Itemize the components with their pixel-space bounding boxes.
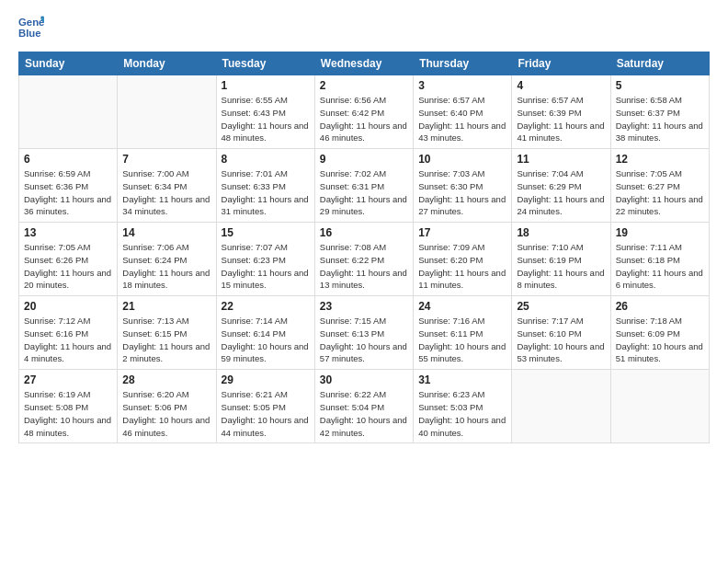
day-detail: Sunrise: 7:15 AM Sunset: 6:13 PM Dayligh… bbox=[320, 315, 408, 365]
calendar-cell: 18Sunrise: 7:10 AM Sunset: 6:19 PM Dayli… bbox=[512, 223, 610, 296]
calendar-cell: 12Sunrise: 7:05 AM Sunset: 6:27 PM Dayli… bbox=[610, 149, 709, 223]
calendar-cell bbox=[19, 75, 118, 149]
day-detail: Sunrise: 6:55 AM Sunset: 6:43 PM Dayligh… bbox=[222, 94, 310, 144]
day-detail: Sunrise: 6:23 AM Sunset: 5:03 PM Dayligh… bbox=[418, 388, 506, 439]
day-number: 10 bbox=[418, 153, 506, 166]
day-number: 19 bbox=[616, 226, 704, 239]
calendar-day-header: Monday bbox=[118, 52, 216, 75]
calendar-cell: 2Sunrise: 6:56 AM Sunset: 6:42 PM Daylig… bbox=[314, 75, 413, 149]
day-number: 7 bbox=[122, 153, 210, 166]
day-number: 21 bbox=[122, 300, 210, 313]
calendar-cell: 13Sunrise: 7:05 AM Sunset: 6:26 PM Dayli… bbox=[19, 223, 118, 296]
calendar-cell: 11Sunrise: 7:04 AM Sunset: 6:29 PM Dayli… bbox=[512, 149, 610, 223]
day-number: 17 bbox=[418, 226, 506, 239]
svg-text:Blue: Blue bbox=[18, 28, 41, 39]
calendar-cell: 20Sunrise: 7:12 AM Sunset: 6:16 PM Dayli… bbox=[19, 296, 118, 370]
calendar-cell: 31Sunrise: 6:23 AM Sunset: 5:03 PM Dayli… bbox=[414, 370, 512, 443]
calendar-cell: 26Sunrise: 7:18 AM Sunset: 6:09 PM Dayli… bbox=[610, 296, 709, 370]
day-detail: Sunrise: 6:57 AM Sunset: 6:39 PM Dayligh… bbox=[517, 94, 605, 144]
day-detail: Sunrise: 7:03 AM Sunset: 6:30 PM Dayligh… bbox=[418, 167, 506, 218]
day-number: 11 bbox=[517, 153, 605, 166]
calendar-day-header: Saturday bbox=[610, 52, 709, 75]
day-detail: Sunrise: 7:05 AM Sunset: 6:26 PM Dayligh… bbox=[24, 241, 112, 292]
day-number: 4 bbox=[517, 79, 605, 92]
day-number: 14 bbox=[122, 226, 210, 239]
calendar-day-header: Friday bbox=[512, 52, 610, 75]
calendar-cell: 23Sunrise: 7:15 AM Sunset: 6:13 PM Dayli… bbox=[314, 296, 413, 370]
day-detail: Sunrise: 7:02 AM Sunset: 6:31 PM Dayligh… bbox=[320, 167, 408, 218]
day-number: 3 bbox=[418, 79, 506, 92]
calendar-cell: 6Sunrise: 6:59 AM Sunset: 6:36 PM Daylig… bbox=[19, 149, 118, 223]
day-number: 16 bbox=[320, 226, 408, 239]
day-detail: Sunrise: 6:21 AM Sunset: 5:05 PM Dayligh… bbox=[222, 388, 310, 439]
day-detail: Sunrise: 6:59 AM Sunset: 6:36 PM Dayligh… bbox=[24, 167, 112, 218]
calendar-cell: 17Sunrise: 7:09 AM Sunset: 6:20 PM Dayli… bbox=[414, 223, 512, 296]
calendar-day-header: Tuesday bbox=[216, 52, 314, 75]
calendar-cell: 15Sunrise: 7:07 AM Sunset: 6:23 PM Dayli… bbox=[216, 223, 314, 296]
calendar-cell: 25Sunrise: 7:17 AM Sunset: 6:10 PM Dayli… bbox=[512, 296, 610, 370]
day-number: 8 bbox=[222, 153, 310, 166]
calendar-day-header: Sunday bbox=[19, 52, 118, 75]
calendar-cell bbox=[610, 370, 709, 443]
day-detail: Sunrise: 6:57 AM Sunset: 6:40 PM Dayligh… bbox=[418, 94, 506, 144]
header: General Blue bbox=[18, 15, 710, 40]
day-detail: Sunrise: 7:13 AM Sunset: 6:15 PM Dayligh… bbox=[122, 315, 210, 365]
day-number: 13 bbox=[24, 226, 112, 239]
day-number: 5 bbox=[616, 79, 704, 92]
calendar-header-row: SundayMondayTuesdayWednesdayThursdayFrid… bbox=[19, 52, 710, 75]
calendar-cell: 16Sunrise: 7:08 AM Sunset: 6:22 PM Dayli… bbox=[314, 223, 413, 296]
day-number: 28 bbox=[122, 373, 210, 386]
day-number: 20 bbox=[24, 300, 112, 313]
calendar-week-row: 20Sunrise: 7:12 AM Sunset: 6:16 PM Dayli… bbox=[19, 296, 710, 370]
day-detail: Sunrise: 7:11 AM Sunset: 6:18 PM Dayligh… bbox=[616, 241, 704, 292]
day-detail: Sunrise: 6:20 AM Sunset: 5:06 PM Dayligh… bbox=[122, 388, 210, 439]
day-number: 30 bbox=[320, 373, 408, 386]
svg-text:General: General bbox=[18, 17, 44, 28]
day-detail: Sunrise: 7:10 AM Sunset: 6:19 PM Dayligh… bbox=[517, 241, 605, 292]
calendar-cell: 7Sunrise: 7:00 AM Sunset: 6:34 PM Daylig… bbox=[118, 149, 216, 223]
calendar-week-row: 27Sunrise: 6:19 AM Sunset: 5:08 PM Dayli… bbox=[19, 370, 710, 443]
day-detail: Sunrise: 7:12 AM Sunset: 6:16 PM Dayligh… bbox=[24, 315, 112, 365]
day-detail: Sunrise: 7:16 AM Sunset: 6:11 PM Dayligh… bbox=[418, 315, 506, 365]
calendar-cell: 14Sunrise: 7:06 AM Sunset: 6:24 PM Dayli… bbox=[118, 223, 216, 296]
calendar-day-header: Thursday bbox=[414, 52, 512, 75]
day-number: 2 bbox=[320, 79, 408, 92]
day-detail: Sunrise: 7:08 AM Sunset: 6:22 PM Dayligh… bbox=[320, 241, 408, 292]
calendar-cell bbox=[512, 370, 610, 443]
calendar-cell: 28Sunrise: 6:20 AM Sunset: 5:06 PM Dayli… bbox=[118, 370, 216, 443]
day-number: 6 bbox=[24, 153, 112, 166]
day-detail: Sunrise: 7:05 AM Sunset: 6:27 PM Dayligh… bbox=[616, 167, 704, 218]
calendar-cell: 9Sunrise: 7:02 AM Sunset: 6:31 PM Daylig… bbox=[314, 149, 413, 223]
day-detail: Sunrise: 7:06 AM Sunset: 6:24 PM Dayligh… bbox=[122, 241, 210, 292]
day-detail: Sunrise: 7:07 AM Sunset: 6:23 PM Dayligh… bbox=[222, 241, 310, 292]
calendar-week-row: 1Sunrise: 6:55 AM Sunset: 6:43 PM Daylig… bbox=[19, 75, 710, 149]
day-number: 31 bbox=[418, 373, 506, 386]
calendar-cell: 10Sunrise: 7:03 AM Sunset: 6:30 PM Dayli… bbox=[414, 149, 512, 223]
calendar-cell: 5Sunrise: 6:58 AM Sunset: 6:37 PM Daylig… bbox=[610, 75, 709, 149]
logo: General Blue bbox=[18, 15, 48, 40]
calendar-cell: 19Sunrise: 7:11 AM Sunset: 6:18 PM Dayli… bbox=[610, 223, 709, 296]
day-number: 27 bbox=[24, 373, 112, 386]
calendar-cell: 30Sunrise: 6:22 AM Sunset: 5:04 PM Dayli… bbox=[314, 370, 413, 443]
day-detail: Sunrise: 7:14 AM Sunset: 6:14 PM Dayligh… bbox=[222, 315, 310, 365]
calendar-day-header: Wednesday bbox=[314, 52, 413, 75]
day-detail: Sunrise: 6:22 AM Sunset: 5:04 PM Dayligh… bbox=[320, 388, 408, 439]
calendar-cell: 24Sunrise: 7:16 AM Sunset: 6:11 PM Dayli… bbox=[414, 296, 512, 370]
day-number: 9 bbox=[320, 153, 408, 166]
calendar-cell: 27Sunrise: 6:19 AM Sunset: 5:08 PM Dayli… bbox=[19, 370, 118, 443]
day-number: 29 bbox=[222, 373, 310, 386]
day-number: 18 bbox=[517, 226, 605, 239]
day-detail: Sunrise: 7:09 AM Sunset: 6:20 PM Dayligh… bbox=[418, 241, 506, 292]
calendar-table: SundayMondayTuesdayWednesdayThursdayFrid… bbox=[18, 52, 710, 443]
day-number: 1 bbox=[222, 79, 310, 92]
calendar-week-row: 6Sunrise: 6:59 AM Sunset: 6:36 PM Daylig… bbox=[19, 149, 710, 223]
calendar-cell: 22Sunrise: 7:14 AM Sunset: 6:14 PM Dayli… bbox=[216, 296, 314, 370]
calendar-cell: 4Sunrise: 6:57 AM Sunset: 6:39 PM Daylig… bbox=[512, 75, 610, 149]
day-detail: Sunrise: 7:01 AM Sunset: 6:33 PM Dayligh… bbox=[222, 167, 310, 218]
day-detail: Sunrise: 7:00 AM Sunset: 6:34 PM Dayligh… bbox=[122, 167, 210, 218]
calendar-body: 1Sunrise: 6:55 AM Sunset: 6:43 PM Daylig… bbox=[19, 75, 710, 443]
calendar-cell: 3Sunrise: 6:57 AM Sunset: 6:40 PM Daylig… bbox=[414, 75, 512, 149]
day-number: 26 bbox=[616, 300, 704, 313]
page: General Blue SundayMondayTuesdayWednesda… bbox=[0, 0, 728, 563]
calendar-cell: 1Sunrise: 6:55 AM Sunset: 6:43 PM Daylig… bbox=[216, 75, 314, 149]
